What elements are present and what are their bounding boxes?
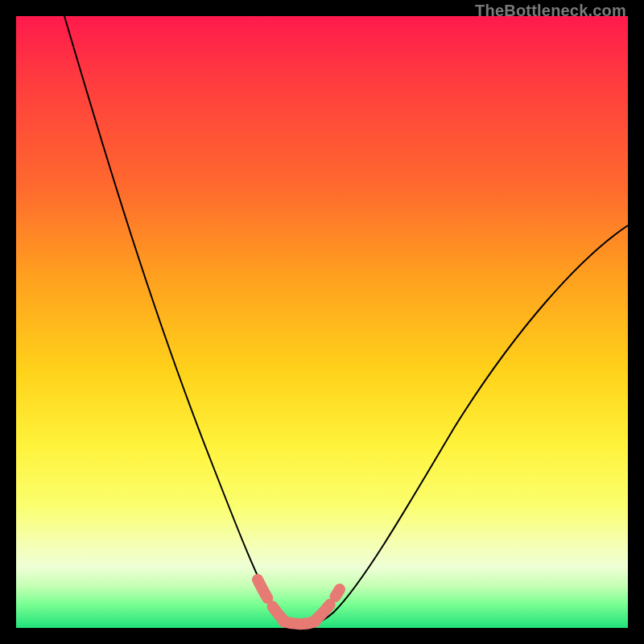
chart-svg	[16, 16, 628, 628]
valley-marker-left	[258, 580, 283, 620]
bottleneck-curve	[64, 16, 628, 625]
valley-marker-right	[316, 589, 340, 620]
outer-frame: TheBottleneck.com	[0, 0, 644, 644]
